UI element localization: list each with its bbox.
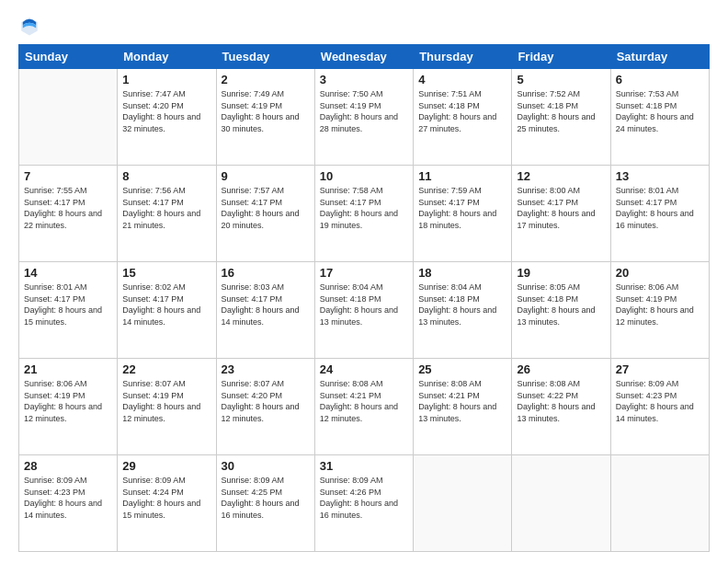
calendar-cell: 2 Sunrise: 7:49 AM Sunset: 4:19 PM Dayli… [216, 69, 314, 166]
weekday-header-monday: Monday [118, 45, 216, 69]
day-number: 17 [320, 266, 408, 280]
calendar-cell: 23 Sunrise: 8:07 AM Sunset: 4:20 PM Dayl… [216, 359, 314, 455]
day-number: 4 [418, 73, 506, 86]
cell-info: Sunrise: 7:52 AM Sunset: 4:18 PM Dayligh… [517, 88, 605, 134]
calendar-cell: 16 Sunrise: 8:03 AM Sunset: 4:17 PM Dayl… [216, 262, 314, 359]
day-number: 21 [24, 362, 112, 376]
weekday-header-sunday: Sunday [19, 45, 118, 69]
day-number: 28 [24, 459, 112, 473]
cell-info: Sunrise: 8:09 AM Sunset: 4:25 PM Dayligh… [222, 475, 310, 521]
day-number: 23 [222, 362, 310, 376]
calendar-cell [610, 455, 709, 552]
day-number: 12 [517, 169, 605, 183]
day-number: 27 [616, 362, 704, 376]
calendar-cell: 27 Sunrise: 8:09 AM Sunset: 4:23 PM Dayl… [610, 359, 709, 455]
day-number: 22 [122, 362, 210, 376]
cell-info: Sunrise: 8:09 AM Sunset: 4:23 PM Dayligh… [616, 378, 704, 424]
calendar-cell: 29 Sunrise: 8:09 AM Sunset: 4:24 PM Dayl… [118, 455, 216, 552]
cell-info: Sunrise: 7:49 AM Sunset: 4:19 PM Dayligh… [222, 88, 310, 134]
calendar-week-5: 28 Sunrise: 8:09 AM Sunset: 4:23 PM Dayl… [19, 455, 710, 552]
cell-info: Sunrise: 8:09 AM Sunset: 4:26 PM Dayligh… [320, 475, 408, 521]
calendar-week-1: 1 Sunrise: 7:47 AM Sunset: 4:20 PM Dayli… [19, 69, 710, 166]
day-number: 13 [616, 169, 704, 183]
cell-info: Sunrise: 8:06 AM Sunset: 4:19 PM Dayligh… [616, 282, 704, 327]
cell-info: Sunrise: 7:59 AM Sunset: 4:17 PM Dayligh… [418, 185, 506, 231]
day-number: 20 [616, 266, 704, 280]
calendar-cell: 24 Sunrise: 8:08 AM Sunset: 4:21 PM Dayl… [314, 359, 413, 455]
cell-info: Sunrise: 7:55 AM Sunset: 4:17 PM Dayligh… [24, 185, 112, 231]
cell-info: Sunrise: 7:57 AM Sunset: 4:17 PM Dayligh… [222, 185, 310, 231]
day-number: 2 [222, 73, 310, 86]
calendar-cell: 1 Sunrise: 7:47 AM Sunset: 4:20 PM Dayli… [118, 69, 216, 166]
day-number: 16 [222, 266, 310, 280]
calendar-cell: 14 Sunrise: 8:01 AM Sunset: 4:17 PM Dayl… [19, 262, 118, 359]
cell-info: Sunrise: 8:00 AM Sunset: 4:17 PM Dayligh… [517, 185, 605, 231]
calendar-cell: 17 Sunrise: 8:04 AM Sunset: 4:18 PM Dayl… [314, 262, 413, 359]
day-number: 31 [320, 459, 408, 473]
calendar-cell: 19 Sunrise: 8:05 AM Sunset: 4:18 PM Dayl… [512, 262, 610, 359]
day-number: 1 [122, 73, 210, 86]
day-number: 8 [122, 169, 210, 183]
calendar-cell: 28 Sunrise: 8:09 AM Sunset: 4:23 PM Dayl… [19, 455, 118, 552]
weekday-header-thursday: Thursday [414, 45, 512, 69]
cell-info: Sunrise: 8:02 AM Sunset: 4:17 PM Dayligh… [122, 282, 210, 327]
weekday-header-tuesday: Tuesday [216, 45, 314, 69]
calendar-cell: 9 Sunrise: 7:57 AM Sunset: 4:17 PM Dayli… [216, 166, 314, 262]
calendar-cell: 6 Sunrise: 7:53 AM Sunset: 4:18 PM Dayli… [610, 69, 709, 166]
day-number: 5 [517, 73, 605, 86]
weekday-header-friday: Friday [512, 45, 610, 69]
day-number: 25 [418, 362, 506, 376]
cell-info: Sunrise: 7:50 AM Sunset: 4:19 PM Dayligh… [320, 88, 408, 134]
cell-info: Sunrise: 7:58 AM Sunset: 4:17 PM Dayligh… [320, 185, 408, 231]
day-number: 26 [517, 362, 605, 376]
cell-info: Sunrise: 7:53 AM Sunset: 4:18 PM Dayligh… [616, 88, 704, 134]
cell-info: Sunrise: 7:56 AM Sunset: 4:17 PM Dayligh… [122, 185, 210, 231]
cell-info: Sunrise: 8:07 AM Sunset: 4:20 PM Dayligh… [222, 378, 310, 424]
calendar-cell: 18 Sunrise: 8:04 AM Sunset: 4:18 PM Dayl… [414, 262, 512, 359]
calendar-week-3: 14 Sunrise: 8:01 AM Sunset: 4:17 PM Dayl… [19, 262, 710, 359]
calendar-cell: 31 Sunrise: 8:09 AM Sunset: 4:26 PM Dayl… [314, 455, 413, 552]
calendar-cell: 30 Sunrise: 8:09 AM Sunset: 4:25 PM Dayl… [216, 455, 314, 552]
weekday-header-saturday: Saturday [610, 45, 709, 69]
calendar-cell: 15 Sunrise: 8:02 AM Sunset: 4:17 PM Dayl… [118, 262, 216, 359]
cell-info: Sunrise: 8:01 AM Sunset: 4:17 PM Dayligh… [616, 185, 704, 231]
calendar-cell: 25 Sunrise: 8:08 AM Sunset: 4:21 PM Dayl… [414, 359, 512, 455]
cell-info: Sunrise: 8:04 AM Sunset: 4:18 PM Dayligh… [418, 282, 506, 327]
calendar-cell: 20 Sunrise: 8:06 AM Sunset: 4:19 PM Dayl… [610, 262, 709, 359]
day-number: 7 [24, 169, 112, 183]
cell-info: Sunrise: 7:51 AM Sunset: 4:18 PM Dayligh… [418, 88, 506, 134]
calendar-cell: 22 Sunrise: 8:07 AM Sunset: 4:19 PM Dayl… [118, 359, 216, 455]
day-number: 15 [122, 266, 210, 280]
day-number: 18 [418, 266, 506, 280]
calendar-cell: 21 Sunrise: 8:06 AM Sunset: 4:19 PM Dayl… [19, 359, 118, 455]
calendar-cell: 13 Sunrise: 8:01 AM Sunset: 4:17 PM Dayl… [610, 166, 709, 262]
header [18, 15, 710, 37]
calendar-cell: 8 Sunrise: 7:56 AM Sunset: 4:17 PM Dayli… [118, 166, 216, 262]
cell-info: Sunrise: 8:08 AM Sunset: 4:21 PM Dayligh… [320, 378, 408, 424]
day-number: 24 [320, 362, 408, 376]
logo-icon [18, 15, 40, 37]
cell-info: Sunrise: 8:07 AM Sunset: 4:19 PM Dayligh… [122, 378, 210, 424]
day-number: 30 [222, 459, 310, 473]
day-number: 14 [24, 266, 112, 280]
calendar-cell: 7 Sunrise: 7:55 AM Sunset: 4:17 PM Dayli… [19, 166, 118, 262]
calendar-cell: 12 Sunrise: 8:00 AM Sunset: 4:17 PM Dayl… [512, 166, 610, 262]
day-number: 6 [616, 73, 704, 86]
cell-info: Sunrise: 8:03 AM Sunset: 4:17 PM Dayligh… [222, 282, 310, 327]
calendar-cell: 11 Sunrise: 7:59 AM Sunset: 4:17 PM Dayl… [414, 166, 512, 262]
day-number: 29 [122, 459, 210, 473]
cell-info: Sunrise: 8:08 AM Sunset: 4:21 PM Dayligh… [418, 378, 506, 424]
cell-info: Sunrise: 8:01 AM Sunset: 4:17 PM Dayligh… [24, 282, 112, 327]
calendar-cell [414, 455, 512, 552]
cell-info: Sunrise: 7:47 AM Sunset: 4:20 PM Dayligh… [122, 88, 210, 134]
calendar-cell [512, 455, 610, 552]
logo [18, 15, 44, 37]
calendar-cell: 10 Sunrise: 7:58 AM Sunset: 4:17 PM Dayl… [314, 166, 413, 262]
day-number: 3 [320, 73, 408, 86]
cell-info: Sunrise: 8:06 AM Sunset: 4:19 PM Dayligh… [24, 378, 112, 424]
calendar-cell: 5 Sunrise: 7:52 AM Sunset: 4:18 PM Dayli… [512, 69, 610, 166]
day-number: 11 [418, 169, 506, 183]
cell-info: Sunrise: 8:09 AM Sunset: 4:24 PM Dayligh… [122, 475, 210, 521]
calendar-cell: 26 Sunrise: 8:08 AM Sunset: 4:22 PM Dayl… [512, 359, 610, 455]
calendar-week-2: 7 Sunrise: 7:55 AM Sunset: 4:17 PM Dayli… [19, 166, 710, 262]
